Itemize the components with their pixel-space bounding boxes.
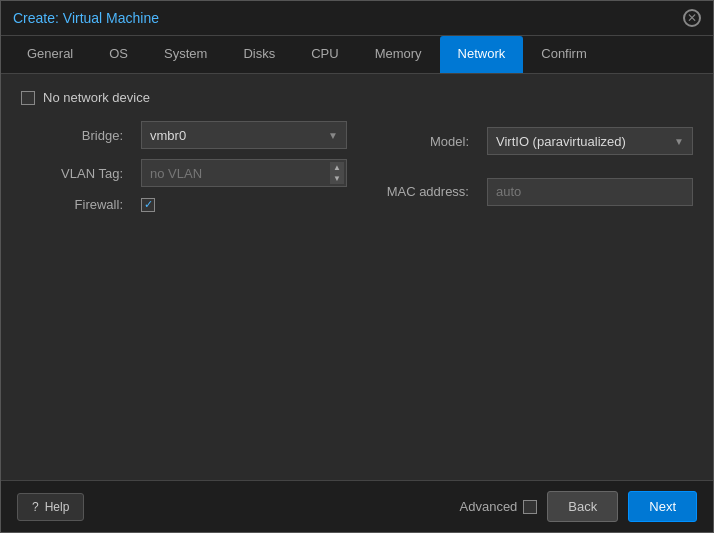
no-network-checkbox[interactable] [21, 91, 35, 105]
mac-input[interactable] [487, 178, 693, 206]
mac-text-input[interactable] [496, 184, 684, 199]
advanced-checkbox[interactable] [523, 500, 537, 514]
tab-cpu[interactable]: CPU [293, 36, 356, 73]
mac-label: MAC address: [367, 184, 477, 199]
bridge-label: Bridge: [21, 128, 131, 143]
close-button[interactable]: ✕ [683, 9, 701, 27]
left-column: Bridge: vmbr0 ▼ VLAN Tag: no VLAN ▲ ▼ Fi… [21, 121, 347, 212]
tab-memory[interactable]: Memory [357, 36, 440, 73]
vlan-placeholder: no VLAN [150, 166, 202, 181]
bottom-right: Advanced Back Next [460, 491, 697, 522]
advanced-row: Advanced [460, 499, 538, 514]
no-network-label: No network device [43, 90, 150, 105]
next-button[interactable]: Next [628, 491, 697, 522]
tab-confirm[interactable]: Confirm [523, 36, 605, 73]
main-window: Create: Virtual Machine ✕ General OS Sys… [0, 0, 714, 533]
model-label: Model: [367, 134, 477, 149]
tab-disks[interactable]: Disks [225, 36, 293, 73]
no-network-row: No network device [21, 90, 693, 105]
vlan-spinner-arrows: ▲ ▼ [330, 162, 344, 184]
help-label: Help [45, 500, 70, 514]
bottom-bar: ? Help Advanced Back Next [1, 480, 713, 532]
help-button[interactable]: ? Help [17, 493, 84, 521]
back-button[interactable]: Back [547, 491, 618, 522]
model-dropdown[interactable]: VirtIO (paravirtualized) ▼ [487, 127, 693, 155]
form-fields: Bridge: vmbr0 ▼ VLAN Tag: no VLAN ▲ ▼ Fi… [21, 121, 693, 212]
bridge-value: vmbr0 [150, 128, 186, 143]
model-arrow-icon: ▼ [674, 136, 684, 147]
vlan-decrement[interactable]: ▼ [330, 173, 344, 184]
model-value: VirtIO (paravirtualized) [496, 134, 626, 149]
question-icon: ? [32, 500, 39, 514]
tab-system[interactable]: System [146, 36, 225, 73]
firewall-label: Firewall: [21, 197, 131, 212]
tab-bar: General OS System Disks CPU Memory Netwo… [1, 36, 713, 74]
window-title: Create: Virtual Machine [13, 10, 159, 26]
tab-general[interactable]: General [9, 36, 91, 73]
vlan-spinner[interactable]: no VLAN ▲ ▼ [141, 159, 347, 187]
tab-os[interactable]: OS [91, 36, 146, 73]
advanced-label: Advanced [460, 499, 518, 514]
content-area: No network device Bridge: vmbr0 ▼ VLAN T… [1, 74, 713, 480]
bridge-dropdown[interactable]: vmbr0 ▼ [141, 121, 347, 149]
bridge-arrow-icon: ▼ [328, 130, 338, 141]
right-column: Model: VirtIO (paravirtualized) ▼ MAC ad… [367, 121, 693, 212]
vlan-increment[interactable]: ▲ [330, 162, 344, 173]
title-bar: Create: Virtual Machine ✕ [1, 1, 713, 36]
tab-network[interactable]: Network [440, 36, 524, 73]
firewall-checkbox[interactable] [141, 198, 155, 212]
vlan-label: VLAN Tag: [21, 166, 131, 181]
close-icon: ✕ [687, 12, 697, 24]
